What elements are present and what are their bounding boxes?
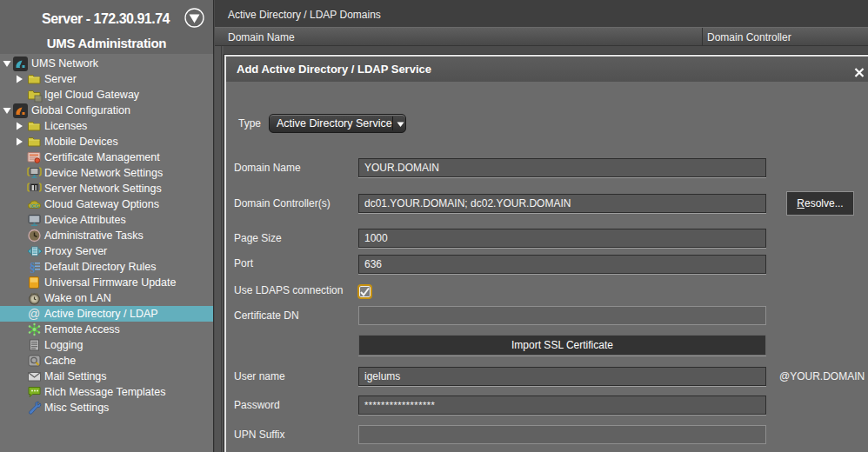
svg-text:@: @ [28, 307, 40, 321]
svg-text:ICG: ICG [30, 203, 39, 209]
svg-text:§: § [30, 261, 36, 274]
